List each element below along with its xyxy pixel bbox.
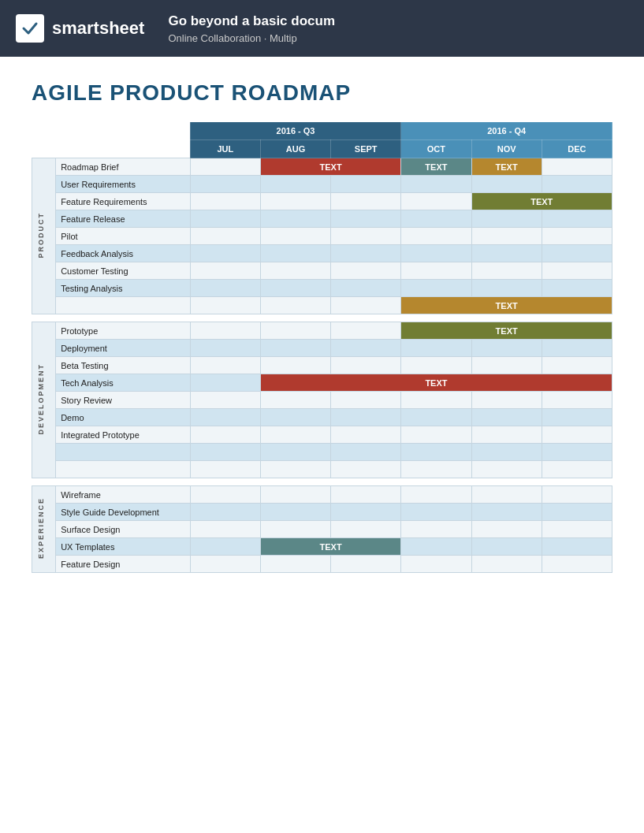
- row-label: [56, 461, 191, 478]
- bar-product-footer: TEXT: [401, 297, 612, 314]
- table-row: Testing Analysis: [32, 280, 612, 297]
- table-row: Story Review: [32, 392, 612, 409]
- header-banner: smartsheet Go beyond a basic docum Onlin…: [0, 0, 644, 57]
- row-label: Style Guide Development: [56, 504, 191, 521]
- month-aug: AUG: [260, 140, 330, 158]
- row-label: Tech Analysis: [56, 374, 191, 392]
- row-label: Feature Design: [56, 556, 191, 573]
- page-title: AGILE PRODUCT ROADMAP: [32, 80, 612, 106]
- row-label: Feedback Analysis: [56, 245, 191, 262]
- table-row: Beta Testing: [32, 357, 612, 374]
- section-label-product: PRODUCT: [37, 212, 45, 258]
- row-label: [56, 444, 191, 461]
- spacer-row: [32, 478, 612, 486]
- row-label: [56, 297, 191, 314]
- row-label: Deployment: [56, 340, 191, 357]
- table-row: Feature Release: [32, 210, 612, 228]
- table-row: Feedback Analysis: [32, 245, 612, 262]
- row-label: Surface Design: [56, 521, 191, 538]
- table-row: Surface Design: [32, 521, 612, 538]
- table-row: DEVELOPMENT Prototype TEXT: [32, 322, 612, 340]
- q4-header: 2016 - Q4: [401, 122, 612, 140]
- logo-area: smartsheet: [16, 14, 144, 43]
- table-row: Tech Analysis TEXT: [32, 374, 612, 392]
- table-row: User Requirements: [32, 176, 612, 193]
- table-row: Feature Design: [32, 556, 612, 573]
- roadmap-table: 2016 - Q3 2016 - Q4 JUL AUG SEPT OCT NOV…: [32, 121, 612, 573]
- row-label: Prototype: [56, 322, 191, 340]
- cell-jul: [190, 158, 260, 176]
- row-label: Feature Release: [56, 210, 191, 228]
- bar-roadmap-brief-oct: TEXT: [401, 158, 471, 176]
- table-row: EXPERIENCE Wireframe: [32, 486, 612, 504]
- row-label: Feature Requirements: [56, 193, 191, 210]
- logo-text: smartsheet: [52, 18, 144, 39]
- table-row: [32, 444, 612, 461]
- section-label-experience: EXPERIENCE: [37, 497, 45, 559]
- bar-feature-req: TEXT: [471, 193, 612, 210]
- logo-icon: [16, 14, 44, 43]
- month-header-row: JUL AUG SEPT OCT NOV DEC: [32, 140, 612, 158]
- bar-ux-templates: TEXT: [260, 538, 400, 556]
- section-label-development: DEVELOPMENT: [37, 363, 45, 435]
- tagline-main: Go beyond a basic docum: [168, 11, 335, 32]
- row-label: Customer Testing: [56, 262, 191, 280]
- table-row: Feature Requirements TEXT: [32, 193, 612, 210]
- bar-prototype: TEXT: [401, 322, 612, 340]
- month-nov: NOV: [471, 140, 542, 158]
- month-oct: OCT: [401, 140, 471, 158]
- row-label: Wireframe: [56, 486, 191, 504]
- row-label: UX Templates: [56, 538, 191, 556]
- table-row: Style Guide Development: [32, 504, 612, 521]
- row-label: Beta Testing: [56, 357, 191, 374]
- table-row: Pilot: [32, 228, 612, 245]
- bar-roadmap-brief-nov: TEXT: [471, 158, 542, 176]
- table-row: [32, 461, 612, 478]
- cell-dec: [542, 158, 612, 176]
- q3-header: 2016 - Q3: [190, 122, 401, 140]
- bar-roadmap-brief-aug-sept: TEXT: [260, 158, 400, 176]
- table-row: TEXT: [32, 297, 612, 314]
- table-row: UX Templates TEXT: [32, 538, 612, 556]
- row-label: User Requirements: [56, 176, 191, 193]
- quarter-header-row: 2016 - Q3 2016 - Q4: [32, 122, 612, 140]
- row-label: Testing Analysis: [56, 280, 191, 297]
- row-label: Integrated Prototype: [56, 426, 191, 444]
- bar-tech-analysis: TEXT: [260, 374, 612, 392]
- table-row: PRODUCT Roadmap Brief TEXT TEXT TEXT: [32, 158, 612, 176]
- table-row: Demo: [32, 409, 612, 426]
- row-label: Story Review: [56, 392, 191, 409]
- row-label: Pilot: [56, 228, 191, 245]
- row-label: Roadmap Brief: [56, 158, 191, 176]
- tagline-sub: Online Collaboration · Multip: [168, 31, 335, 46]
- table-row: Integrated Prototype: [32, 426, 612, 444]
- spacer-row: [32, 314, 612, 322]
- main-content: AGILE PRODUCT ROADMAP 2016 - Q3 2016 - Q…: [0, 57, 644, 597]
- month-jul: JUL: [190, 140, 260, 158]
- month-dec: DEC: [542, 140, 612, 158]
- table-row: Deployment: [32, 340, 612, 357]
- banner-tagline: Go beyond a basic docum Online Collabora…: [168, 11, 335, 46]
- row-label: Demo: [56, 409, 191, 426]
- month-sept: SEPT: [331, 140, 401, 158]
- table-row: Customer Testing: [32, 262, 612, 280]
